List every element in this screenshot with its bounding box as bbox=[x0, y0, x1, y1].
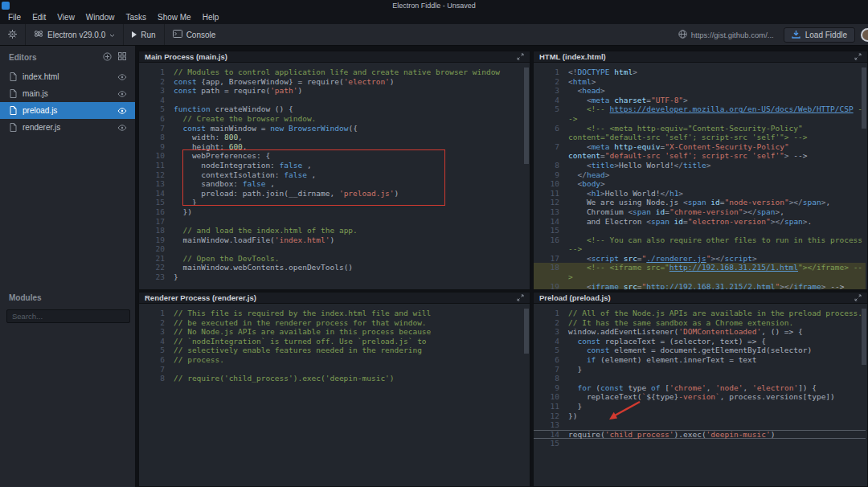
code-line[interactable]: 2<html> bbox=[534, 77, 866, 87]
code-line[interactable]: 6 // Create the browser window. bbox=[139, 114, 528, 124]
maximize-icon[interactable] bbox=[854, 294, 862, 301]
module-search-input[interactable] bbox=[6, 309, 130, 323]
eye-icon[interactable] bbox=[117, 125, 127, 131]
code-line[interactable]: 16 <!-- You can also require other files… bbox=[534, 235, 866, 254]
scrollbar[interactable] bbox=[861, 305, 867, 485]
settings-button[interactable] bbox=[0, 24, 25, 45]
code-line[interactable]: 11 nodeIntegration: false , bbox=[139, 161, 528, 170]
code-line[interactable]: 7 const mainWindow = new BrowserWindow({ bbox=[139, 124, 528, 133]
console-button[interactable]: Console bbox=[165, 24, 224, 45]
code-line[interactable]: 5 <!-- https://developer.mozilla.org/en-… bbox=[534, 104, 866, 123]
code-line[interactable]: 4 const replaceText = (selector, text) =… bbox=[534, 337, 866, 346]
code-line[interactable]: 2// be executed in the renderer process … bbox=[139, 318, 528, 328]
layout-grid-icon[interactable] bbox=[118, 52, 126, 62]
code-line[interactable]: 15 bbox=[534, 226, 866, 235]
code-line[interactable]: 12 contextIsolation: false , bbox=[139, 170, 528, 180]
code-line[interactable]: 20 bbox=[139, 244, 528, 254]
code-line[interactable]: 21 // Open the DevTools. bbox=[139, 254, 528, 264]
code-line[interactable]: 11 <h1>Hello World!</h1> bbox=[534, 189, 866, 198]
code-line[interactable]: 2// It has the same sandbox as a Chrome … bbox=[534, 318, 866, 328]
scrollbar-thumb[interactable] bbox=[524, 309, 529, 354]
gist-link[interactable]: https://gist.github.com/... bbox=[678, 30, 774, 40]
code-line[interactable]: 4 <meta charset="UTF-8"> bbox=[534, 96, 866, 105]
code-editor[interactable]: 1<!DOCTYPE html>2<html>3 <head>4 <meta c… bbox=[534, 63, 866, 289]
version-selector[interactable]: Electron v29.0.0 bbox=[26, 24, 123, 45]
scrollbar-thumb[interactable] bbox=[524, 68, 529, 164]
code-line[interactable]: 7 } bbox=[534, 365, 866, 374]
code-line[interactable]: 22 mainWindow.webContents.openDevTools() bbox=[139, 263, 528, 272]
code-line[interactable]: 1// All of the Node.js APIs are availabl… bbox=[534, 309, 866, 318]
code-line[interactable]: 3 <head> bbox=[534, 86, 866, 96]
code-line[interactable]: 11 } bbox=[534, 402, 866, 411]
code-line[interactable]: 8 width: 800, bbox=[139, 133, 528, 142]
code-line[interactable]: 9 for (const type of ['chrome', 'node', … bbox=[534, 383, 866, 393]
sidebar-item-preload.js[interactable]: preload.js bbox=[0, 102, 135, 119]
code-line[interactable]: 12}) bbox=[534, 411, 866, 421]
scrollbar-thumb[interactable] bbox=[862, 68, 866, 129]
code-line[interactable]: 5// selectively enable features needed i… bbox=[139, 346, 528, 355]
code-line[interactable]: 13 bbox=[534, 420, 866, 430]
code-line[interactable]: 17 bbox=[139, 217, 528, 227]
sidebar-item-index.html[interactable]: index.html bbox=[0, 68, 135, 85]
run-button[interactable]: Run bbox=[124, 24, 163, 45]
code-line[interactable]: 14 and Electron <span id="electron-versi… bbox=[534, 217, 866, 227]
menu-tasks[interactable]: Tasks bbox=[120, 11, 152, 24]
code-line[interactable]: 15 bbox=[534, 439, 866, 448]
code-line[interactable]: 6 if (element) element.innerText = text bbox=[534, 355, 866, 365]
code-line[interactable]: 18 // and load the index.html of the app… bbox=[139, 226, 528, 235]
code-line[interactable]: 8 bbox=[534, 374, 866, 383]
code-line[interactable]: 13 Chromium <span id="chrome-version"></… bbox=[534, 207, 866, 217]
code-line[interactable]: 13 sandbox: false , bbox=[139, 179, 528, 189]
code-line[interactable]: 14require('child_process').exec('deepin-… bbox=[534, 430, 866, 440]
code-line[interactable]: 8// require('child_process').exec('deepi… bbox=[139, 374, 528, 383]
code-line[interactable]: 9 height: 600, bbox=[139, 142, 528, 152]
load-fiddle-button[interactable]: Load Fiddle bbox=[784, 27, 855, 43]
sidebar-item-main.js[interactable]: main.js bbox=[0, 85, 135, 102]
scrollbar[interactable] bbox=[523, 63, 530, 289]
code-line[interactable]: 5 const element = document.getElementByI… bbox=[534, 346, 866, 355]
code-line[interactable]: 5function createWindow () { bbox=[139, 104, 528, 114]
sidebar-item-renderer.js[interactable]: renderer.js bbox=[0, 119, 135, 136]
code-line[interactable]: 1// This file is required by the index.h… bbox=[139, 309, 528, 318]
code-line[interactable]: 4// `nodeIntegration` is turned off. Use… bbox=[139, 337, 528, 346]
menu-show-me[interactable]: Show Me bbox=[152, 11, 197, 24]
maximize-icon[interactable] bbox=[517, 294, 524, 301]
menu-window[interactable]: Window bbox=[80, 11, 121, 24]
code-line[interactable]: 6// process. bbox=[139, 355, 528, 365]
code-line[interactable]: 10 <body> bbox=[534, 179, 866, 189]
scrollbar-thumb[interactable] bbox=[862, 309, 866, 365]
maximize-icon[interactable] bbox=[517, 53, 524, 60]
code-line[interactable]: 23} bbox=[139, 272, 528, 282]
code-line[interactable]: 18 <!-- <iframe src="http://192.168.31.2… bbox=[534, 263, 866, 281]
code-line[interactable]: 12 We are using Node.js <span id="node-v… bbox=[534, 198, 866, 207]
menu-help[interactable]: Help bbox=[197, 11, 225, 24]
code-line[interactable]: 2const {app, BrowserWindow} = require('e… bbox=[139, 77, 528, 87]
code-line[interactable]: 16 }) bbox=[139, 207, 528, 217]
scrollbar[interactable] bbox=[861, 63, 867, 289]
code-line[interactable]: 17 <script src="./renderer.js"></script> bbox=[534, 254, 866, 264]
code-editor[interactable]: 1// Modules to control application life … bbox=[139, 63, 528, 289]
code-line[interactable]: 19 mainWindow.loadFile('index.html') bbox=[139, 235, 528, 245]
code-line[interactable]: 4 bbox=[139, 96, 528, 105]
menu-file[interactable]: File bbox=[2, 11, 27, 24]
code-line[interactable]: 7 bbox=[139, 365, 528, 374]
code-line[interactable]: 8 <title>Hello World!</title> bbox=[534, 161, 866, 170]
code-line[interactable]: 7 <meta http-equiv="X-Content-Security-P… bbox=[534, 142, 866, 161]
code-line[interactable]: 14 preload: path.join(__dirname, 'preloa… bbox=[139, 189, 528, 198]
code-line[interactable]: 1// Modules to control application life … bbox=[139, 68, 528, 77]
maximize-icon[interactable] bbox=[854, 53, 862, 60]
code-line[interactable]: 3window.addEventListener('DOMContentLoad… bbox=[534, 327, 866, 337]
add-editor-icon[interactable] bbox=[103, 52, 112, 63]
code-line[interactable]: 10 replaceText(`${type}-version`, proces… bbox=[534, 392, 866, 402]
code-line[interactable]: 10 webPreferences: { bbox=[139, 151, 528, 161]
code-line[interactable]: 1<!DOCTYPE html> bbox=[534, 68, 866, 77]
menu-view[interactable]: View bbox=[51, 11, 80, 24]
code-editor[interactable]: 1// All of the Node.js APIs are availabl… bbox=[534, 304, 866, 486]
code-line[interactable]: 3const path = require('path') bbox=[139, 86, 528, 96]
menu-edit[interactable]: Edit bbox=[27, 11, 51, 24]
code-line[interactable]: 9 </head> bbox=[534, 170, 866, 180]
eye-icon[interactable] bbox=[117, 74, 127, 80]
code-line[interactable]: 15 } bbox=[139, 198, 528, 207]
eye-icon[interactable] bbox=[117, 91, 127, 97]
code-editor[interactable]: 1// This file is required by the index.h… bbox=[139, 304, 528, 486]
